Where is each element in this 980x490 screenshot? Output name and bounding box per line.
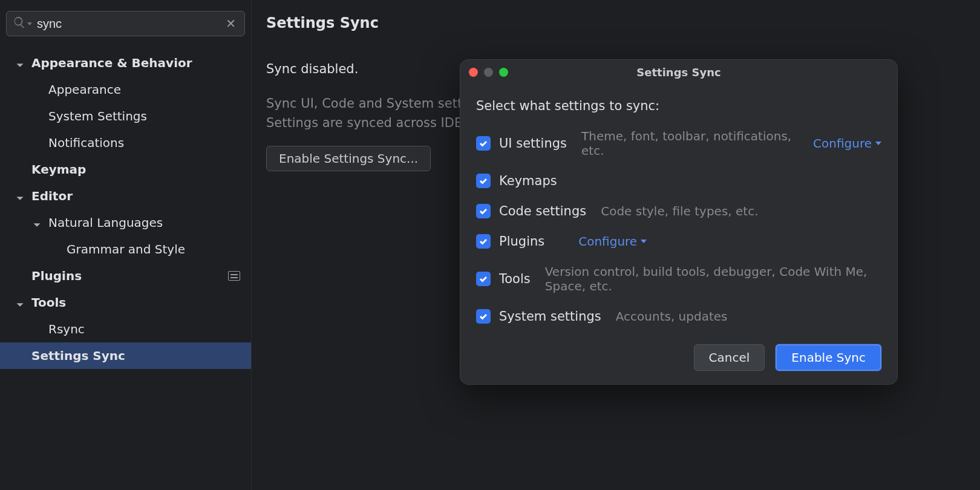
option-label: Code settings	[499, 204, 586, 218]
tree-notifications[interactable]: Notifications	[0, 129, 251, 156]
minimize-window-icon	[484, 68, 493, 77]
chevron-down-icon	[641, 240, 647, 243]
tree-label: Grammar and Style	[67, 242, 251, 256]
tree-keymap[interactable]: Keymap	[0, 156, 251, 183]
tree-tools[interactable]: Tools	[0, 289, 251, 316]
option-tools: Tools Version control, build tools, debu…	[476, 264, 881, 293]
tree-rsync[interactable]: Rsync	[0, 316, 251, 342]
checkbox-tools[interactable]	[476, 272, 491, 286]
page-title: Settings Sync	[266, 15, 968, 31]
tree-label: Editor	[31, 189, 251, 203]
configure-plugins-dropdown[interactable]: Configure	[578, 234, 647, 249]
enable-settings-sync-button[interactable]: Enable Settings Sync...	[266, 146, 431, 171]
search-dropdown-caret-icon[interactable]	[27, 22, 32, 25]
checkbox-system-settings[interactable]	[476, 309, 491, 324]
settings-sync-dialog: Settings Sync Select what settings to sy…	[460, 59, 898, 385]
tree-settings-sync[interactable]: Settings Sync	[0, 342, 251, 369]
cancel-button[interactable]: Cancel	[694, 344, 765, 371]
tree-label: Notifications	[48, 136, 251, 150]
dialog-title: Settings Sync	[636, 66, 720, 79]
chevron-down-icon	[875, 142, 881, 145]
search-box[interactable]: ✕	[6, 11, 245, 36]
tree-system-settings[interactable]: System Settings	[0, 103, 251, 129]
option-keymaps: Keymaps	[476, 174, 881, 188]
tree-natural-languages[interactable]: Natural Languages	[0, 209, 251, 236]
tree-label: Natural Languages	[48, 215, 251, 230]
checkbox-code-settings[interactable]	[476, 204, 491, 218]
search-container: ✕	[0, 0, 251, 42]
option-label: UI settings	[499, 136, 567, 151]
option-label: System settings	[499, 309, 601, 324]
search-input[interactable]	[37, 17, 223, 31]
configure-label: Configure	[813, 136, 872, 151]
tree-plugins[interactable]: Plugins	[0, 263, 251, 289]
tree-editor[interactable]: Editor	[0, 183, 251, 209]
configure-ui-dropdown[interactable]: Configure	[813, 136, 881, 151]
tree-label: Settings Sync	[31, 348, 251, 363]
checkbox-ui-settings[interactable]	[476, 136, 491, 151]
dialog-titlebar: Settings Sync	[460, 60, 897, 84]
tree-label: System Settings	[48, 109, 251, 123]
dialog-prompt: Select what settings to sync:	[476, 99, 881, 113]
option-plugins: Plugins Configure	[476, 234, 881, 249]
chevron-down-icon	[16, 191, 25, 201]
option-code-settings: Code settings Code style, file types, et…	[476, 204, 881, 218]
close-window-icon[interactable]	[469, 68, 478, 77]
tree-label: Keymap	[31, 162, 251, 177]
option-system-settings: System settings Accounts, updates	[476, 309, 881, 324]
tree-grammar-style[interactable]: Grammar and Style	[0, 236, 251, 263]
option-hint: Code style, file types, etc.	[601, 204, 881, 218]
chevron-down-icon	[16, 298, 25, 307]
enable-sync-button[interactable]: Enable Sync	[776, 344, 881, 371]
tree-appearance[interactable]: Appearance	[0, 76, 251, 103]
chevron-down-icon	[16, 58, 25, 68]
option-hint: Theme, font, toolbar, notifications, etc…	[581, 129, 813, 158]
fullscreen-window-icon[interactable]	[499, 68, 508, 77]
clear-search-icon[interactable]: ✕	[223, 16, 238, 31]
option-ui-settings: UI settings Theme, font, toolbar, notifi…	[476, 129, 881, 158]
tree-label: Appearance	[48, 82, 251, 97]
search-icon	[13, 16, 26, 32]
option-hint: Version control, build tools, debugger, …	[545, 264, 881, 293]
chevron-down-icon	[33, 218, 42, 227]
configure-label: Configure	[578, 234, 637, 249]
tree-appearance-behavior[interactable]: Appearance & Behavior	[0, 50, 251, 76]
checkbox-plugins[interactable]	[476, 234, 491, 249]
checkbox-keymaps[interactable]	[476, 174, 491, 188]
tree-label: Appearance & Behavior	[31, 56, 251, 70]
tree-label: Rsync	[48, 322, 251, 336]
window-controls	[469, 68, 508, 77]
settings-sidebar: ✕ Appearance & Behavior Appearance Syste…	[0, 0, 252, 490]
option-label: Plugins	[499, 234, 544, 249]
dialog-footer: Cancel Enable Sync	[476, 339, 881, 371]
tree-label: Tools	[31, 295, 251, 310]
plugins-badge-icon	[228, 271, 240, 281]
settings-tree: Appearance & Behavior Appearance System …	[0, 42, 251, 369]
option-label: Tools	[499, 272, 531, 286]
option-label: Keymaps	[499, 174, 557, 188]
tree-label: Plugins	[31, 269, 228, 283]
option-hint: Accounts, updates	[616, 309, 881, 324]
